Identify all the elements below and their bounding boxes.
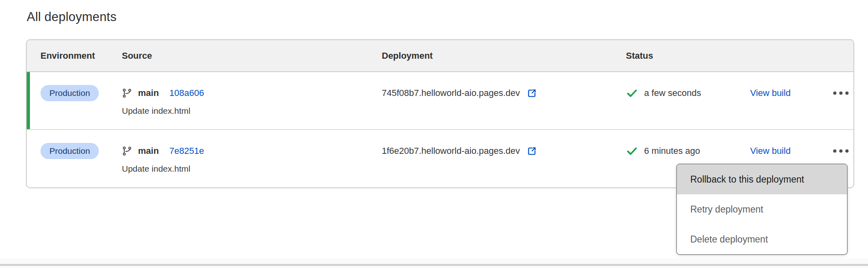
menu-item-rollback[interactable]: Rollback to this deployment — [677, 164, 847, 194]
check-icon — [626, 145, 638, 157]
section-divider-band — [0, 258, 868, 264]
commit-link[interactable]: 7e8251e — [169, 146, 204, 156]
kebab-menu-button[interactable] — [829, 145, 853, 157]
check-icon — [626, 87, 638, 99]
column-header-deployment: Deployment — [382, 51, 626, 61]
status-text: a few seconds — [644, 88, 701, 98]
column-header-environment: Environment — [27, 51, 122, 61]
kebab-icon — [833, 149, 836, 153]
view-build-link[interactable]: View build — [750, 88, 791, 98]
commit-message: Update index.html — [122, 105, 382, 117]
commit-link[interactable]: 108a606 — [169, 88, 204, 98]
column-header-source: Source — [122, 51, 382, 61]
deployment-url: 1f6e20b7.helloworld-aio.pages.dev — [382, 146, 520, 156]
page-title: All deployments — [27, 10, 117, 24]
git-branch-icon — [122, 146, 132, 156]
deployment-url: 745f08b7.helloworld-aio.pages.dev — [382, 88, 520, 98]
external-link-icon[interactable] — [526, 88, 537, 99]
menu-item-retry[interactable]: Retry deployment — [677, 194, 847, 224]
menu-item-delete[interactable]: Delete deployment — [677, 224, 847, 254]
environment-badge: Production — [40, 143, 99, 159]
table-header-row: Environment Source Deployment Status — [27, 40, 853, 72]
external-link-icon[interactable] — [526, 146, 537, 157]
environment-badge: Production — [40, 85, 99, 101]
status-text: 6 minutes ago — [644, 146, 700, 156]
section-divider-under — [0, 266, 868, 268]
kebab-icon — [833, 91, 836, 95]
branch-name: main — [138, 88, 159, 98]
git-branch-icon — [122, 88, 132, 98]
kebab-menu-button[interactable] — [829, 87, 853, 99]
table-row: Production main 108a606 Update index.htm… — [27, 72, 853, 130]
commit-message: Update index.html — [122, 163, 382, 174]
active-deployment-indicator — [27, 72, 30, 129]
branch-name: main — [138, 146, 159, 156]
deployment-context-menu: Rollback to this deployment Retry deploy… — [676, 164, 848, 255]
column-header-status: Status — [626, 51, 750, 61]
view-build-link[interactable]: View build — [750, 146, 791, 156]
